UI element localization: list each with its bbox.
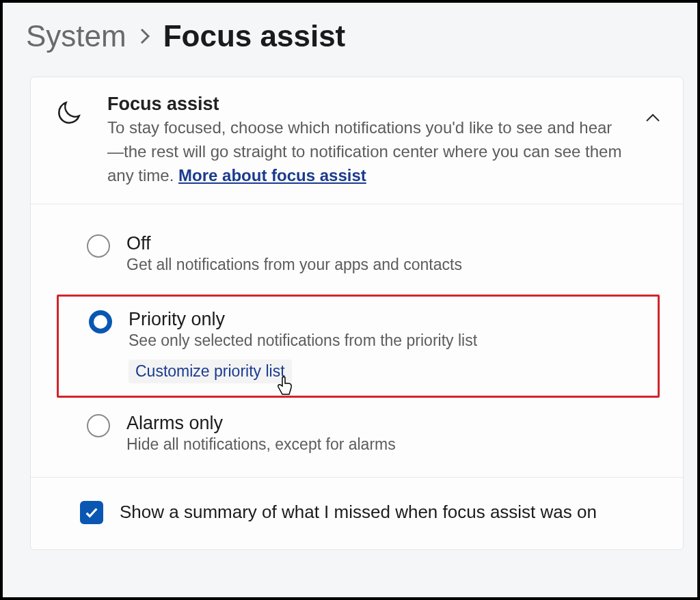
radio-off[interactable] <box>87 234 110 258</box>
header-description: To stay focused, choose which notificati… <box>107 116 625 187</box>
focus-assist-options: Off Get all notifications from your apps… <box>31 204 683 478</box>
radio-alarms-only[interactable] <box>87 414 110 437</box>
option-priority-only[interactable]: Priority only See only selected notifica… <box>57 295 660 398</box>
moon-icon <box>50 94 88 128</box>
breadcrumb: System Focus assist <box>3 3 697 59</box>
breadcrumb-parent[interactable]: System <box>26 19 126 53</box>
cursor-hand-icon <box>275 374 295 400</box>
option-alarms-sub: Hide all notifications, except for alarm… <box>126 435 667 454</box>
breadcrumb-current: Focus assist <box>163 19 346 53</box>
summary-checkbox-label: Show a summary of what I missed when foc… <box>120 500 597 524</box>
summary-checkbox-row[interactable]: Show a summary of what I missed when foc… <box>31 478 683 549</box>
option-off-sub: Get all notifications from your apps and… <box>126 256 667 274</box>
focus-assist-header[interactable]: Focus assist To stay focused, choose whi… <box>31 77 683 204</box>
option-off[interactable]: Off Get all notifications from your apps… <box>50 223 667 289</box>
header-title: Focus assist <box>107 94 625 115</box>
option-priority-title: Priority only <box>129 309 651 330</box>
radio-priority-only[interactable] <box>89 310 112 333</box>
option-alarms-title: Alarms only <box>126 413 667 434</box>
option-alarms-only[interactable]: Alarms only Hide all notifications, exce… <box>50 403 667 469</box>
more-about-focus-assist-link[interactable]: More about focus assist <box>178 166 366 185</box>
chevron-right-icon <box>139 27 151 46</box>
option-priority-sub: See only selected notifications from the… <box>129 331 651 350</box>
summary-checkbox[interactable] <box>80 501 103 524</box>
option-off-title: Off <box>126 233 667 254</box>
focus-assist-card: Focus assist To stay focused, choose whi… <box>30 77 684 550</box>
chevron-up-icon[interactable] <box>645 94 667 126</box>
customize-priority-list-link[interactable]: Customize priority list <box>129 359 292 383</box>
